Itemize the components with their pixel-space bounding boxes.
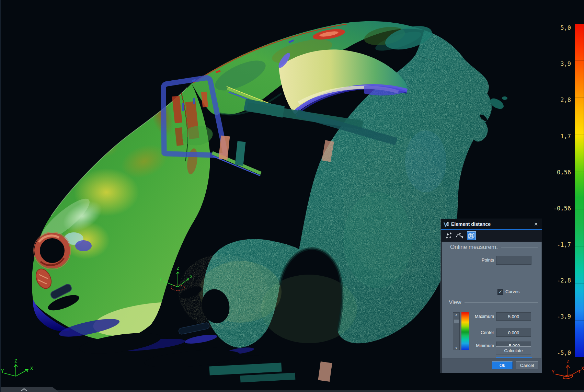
svg-text:Z: Z — [14, 358, 17, 364]
scale-tick-label: -0,56 — [540, 205, 571, 212]
check-icon: ✓ — [499, 289, 502, 294]
maximum-label: Maximum — [448, 312, 494, 321]
svg-text:Z: Z — [566, 359, 569, 364]
box-mode-icon[interactable] — [467, 231, 476, 240]
curve-mode-icon[interactable] — [455, 231, 464, 240]
svg-text:Y: Y — [159, 277, 162, 282]
curves-label: Curves — [505, 289, 519, 295]
chevron-up-icon — [0, 387, 59, 392]
svg-text:X: X — [581, 366, 584, 371]
dialog-footer: Ok Cancel — [442, 358, 542, 373]
element-distance-dialog-icon — [443, 221, 449, 227]
scale-tick-label: -3,9 — [540, 313, 571, 320]
screen-axis-triad-left: Z X Y — [1, 358, 33, 376]
dialog-toolbar — [441, 230, 542, 242]
center-input[interactable] — [496, 328, 531, 337]
dialog-body: Online measurem. Points ✓ Curves View ∧ … — [442, 242, 542, 358]
element-distance-dialog: Element distance ✕ Online measur — [440, 219, 542, 373]
ok-button[interactable]: Ok — [492, 361, 513, 369]
points-mode-icon[interactable] — [444, 231, 453, 240]
scale-tick-label: 3,9 — [540, 60, 571, 67]
dialog-title: Element distance — [451, 221, 491, 227]
svg-text:X: X — [30, 366, 33, 371]
svg-text:Y: Y — [1, 368, 4, 374]
scale-tick-label: -5,0 — [540, 349, 571, 356]
minimum-label: Minimum — [448, 342, 494, 350]
viewport-3d[interactable]: Z X Y Z X Y Z X Y 5,0 3,9 2,8 1,7 0,56 -… — [0, 0, 584, 392]
calculate-button[interactable]: Calculate — [496, 346, 531, 355]
close-icon[interactable]: ✕ — [533, 221, 539, 227]
deviation-color-scale-bar — [575, 24, 584, 357]
scale-tick-label: -2,8 — [540, 277, 571, 284]
scale-tick-label: 0,56 — [540, 169, 571, 176]
cancel-button[interactable]: Cancel — [516, 361, 538, 369]
scale-tick-label: -1,7 — [540, 241, 571, 248]
center-label: Center — [448, 328, 494, 337]
curves-checkbox[interactable]: ✓ — [497, 289, 503, 295]
svg-text:X: X — [190, 274, 193, 279]
group-heading-view: View — [449, 299, 461, 306]
maximum-input[interactable] — [496, 312, 531, 321]
scale-tick-label: 1,7 — [540, 133, 571, 140]
group-rule — [465, 302, 538, 303]
svg-text:Z: Z — [176, 266, 179, 271]
bottom-panel-tab[interactable] — [0, 387, 59, 392]
viewport-bottom-edge — [0, 390, 584, 392]
group-rule — [501, 247, 538, 247]
svg-text:Y: Y — [552, 369, 555, 374]
points-input[interactable] — [496, 256, 531, 265]
points-label: Points — [455, 256, 494, 265]
scale-tick-label: 2,8 — [540, 96, 571, 103]
screen-axis-triad-right: Z X Y — [552, 359, 584, 380]
group-heading-online-measurement: Online measurem. — [450, 244, 498, 251]
dialog-title-bar[interactable]: Element distance — [441, 219, 542, 229]
scale-tick-label: 5,0 — [540, 24, 571, 31]
viewport-left-edge — [0, 0, 1, 392]
